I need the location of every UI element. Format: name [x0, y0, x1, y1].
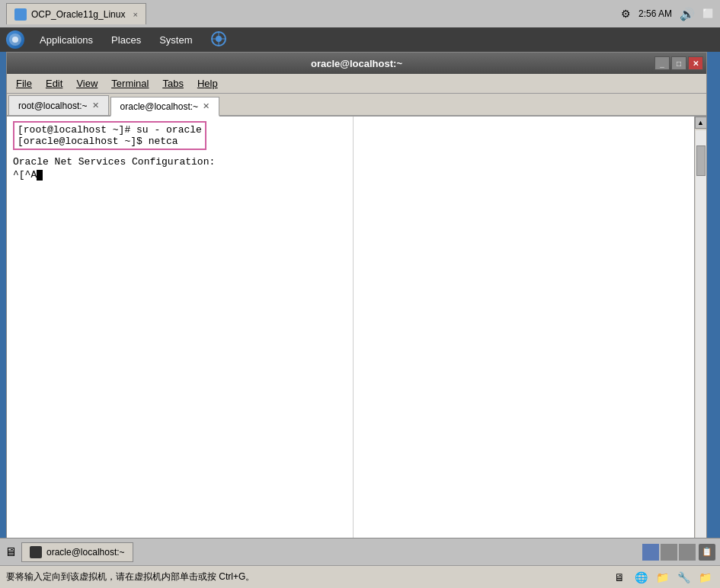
- tab-root-close[interactable]: ✕: [92, 101, 99, 110]
- tray-sq-3: [679, 544, 696, 561]
- vm-taskbar: OCP_Oracle11g_Linux × ⚙ 2:56 AM 🔊 ⬜: [0, 0, 720, 27]
- vm-tab-close[interactable]: ×: [133, 10, 137, 19]
- terminal-content: [root@localhost ~]# su - oracle [oracle@…: [7, 117, 706, 554]
- menu-tabs[interactable]: Tabs: [156, 76, 189, 91]
- terminal-window: oracle@localhost:~ _ □ ✕ File Edit View …: [6, 52, 707, 554]
- menu-terminal[interactable]: Terminal: [105, 76, 155, 91]
- terminal-titlebar: oracle@localhost:~ _ □ ✕: [7, 53, 706, 74]
- bluetooth-icon: ⚙: [621, 8, 631, 20]
- terminal-task-label: oracle@localhost:~: [46, 547, 125, 558]
- taskbar-bottom-right: 📋: [642, 544, 715, 561]
- tray-sq-1: [642, 544, 659, 561]
- vm-icon: [14, 8, 27, 21]
- applications-menu[interactable]: Applications: [37, 33, 96, 47]
- terminal-title: oracle@localhost:~: [311, 58, 402, 69]
- bottom-taskbar: 🖥 oracle@localhost:~ 📋: [0, 538, 720, 565]
- tab-oracle-close[interactable]: ✕: [203, 101, 210, 111]
- window-controls: _ □ ✕: [654, 56, 703, 70]
- status-icon-2: 🌐: [632, 568, 650, 586]
- menu-view[interactable]: View: [70, 76, 104, 91]
- output-line: Oracle Net Services Configuration:: [13, 156, 347, 168]
- tray-sq-2: [661, 544, 677, 561]
- status-bar-right: 🖥 🌐 📁 🔧 📁: [610, 568, 714, 586]
- terminal-pane-left[interactable]: [root@localhost ~]# su - oracle [oracle@…: [7, 117, 354, 554]
- tab-oracle-label: oracle@localhost:~: [120, 101, 199, 112]
- system-menu[interactable]: System: [156, 33, 195, 47]
- menu-edit[interactable]: Edit: [40, 76, 69, 91]
- resize-icon: ⬜: [702, 8, 714, 19]
- tab-oracle[interactable]: oracle@localhost:~ ✕: [110, 97, 220, 117]
- scrollbar-thumb[interactable]: [696, 145, 706, 176]
- tab-root-label: root@localhost:~: [18, 101, 88, 111]
- gnome-icon: [6, 30, 24, 49]
- svg-point-1: [12, 37, 18, 43]
- clock: 2:56 AM: [638, 8, 672, 19]
- menu-file[interactable]: File: [10, 76, 38, 91]
- terminal-pane-right[interactable]: [354, 117, 694, 554]
- terminal-task-icon: [30, 546, 42, 558]
- prompt-text: ^[^A: [13, 169, 37, 181]
- status-icon-5: 📁: [696, 568, 714, 586]
- taskbar-right: ⚙ 2:56 AM 🔊 ⬜: [621, 7, 714, 21]
- minimize-button[interactable]: _: [654, 56, 670, 70]
- output-text: Oracle Net Services Configuration:: [13, 156, 215, 168]
- gnome-panel: Applications Places System: [0, 27, 720, 52]
- tray-icon-1: 📋: [699, 544, 715, 561]
- command-highlight-box: [root@localhost ~]# su - oracle [oracle@…: [13, 121, 206, 150]
- vm-tab[interactable]: OCP_Oracle11g_Linux ×: [6, 3, 146, 24]
- show-desktop-icon[interactable]: 🖥: [5, 545, 17, 559]
- cmd-line-1: [root@localhost ~]# su - oracle: [18, 124, 202, 136]
- network-icon: [207, 29, 230, 51]
- terminal-taskbar-btn[interactable]: oracle@localhost:~: [21, 542, 133, 562]
- cmd-line-2: [oracle@localhost ~]$ netca: [18, 136, 202, 147]
- tray-squares: [642, 544, 696, 561]
- status-icon-3: 📁: [653, 568, 671, 586]
- status-text: 要将输入定向到该虚拟机，请在虚拟机内部单击或按 Ctrl+G。: [6, 570, 254, 583]
- terminal-tabbar: root@localhost:~ ✕ oracle@localhost:~ ✕: [7, 94, 706, 117]
- places-menu[interactable]: Places: [108, 33, 144, 47]
- cursor: [37, 170, 43, 181]
- scrollbar-track: [696, 130, 706, 540]
- terminal-menubar: File Edit View Terminal Tabs Help: [7, 74, 706, 94]
- prompt-line: ^[^A: [13, 169, 347, 181]
- tab-root[interactable]: root@localhost:~ ✕: [8, 95, 109, 115]
- status-bar: 要将输入定向到该虚拟机，请在虚拟机内部单击或按 Ctrl+G。 🖥 🌐 📁 🔧 …: [0, 565, 720, 588]
- scroll-up-button[interactable]: ▲: [695, 117, 707, 129]
- status-icon-4: 🔧: [674, 568, 693, 586]
- speaker-icon: 🔊: [680, 7, 695, 21]
- vm-tab-label: OCP_Oracle11g_Linux: [31, 9, 125, 20]
- terminal-scrollbar[interactable]: ▲ ▼: [694, 117, 706, 554]
- status-icon-1: 🖥: [610, 568, 629, 586]
- maximize-button[interactable]: □: [671, 56, 686, 70]
- close-button[interactable]: ✕: [688, 56, 703, 70]
- menu-help[interactable]: Help: [191, 76, 224, 91]
